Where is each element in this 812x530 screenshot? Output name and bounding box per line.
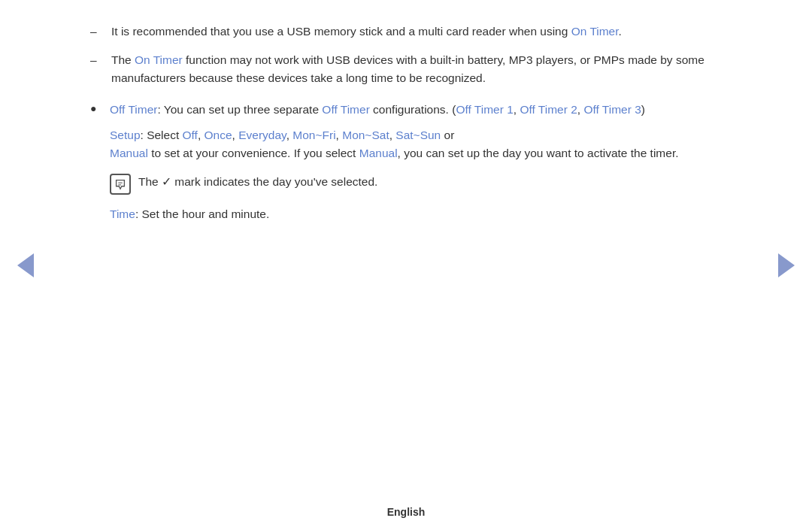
setup-comma-2: ,	[232, 129, 239, 141]
setup-once: Once	[205, 129, 232, 141]
setup-manual-2: Manual	[359, 147, 398, 159]
time-paragraph: Time: Set the hour and minute.	[110, 205, 722, 223]
off-timer-mid-link: Off Timer	[322, 103, 369, 116]
setup-rest-2: , you can set up the day you want to act…	[398, 147, 679, 159]
on-timer-link-1: On Timer	[571, 25, 619, 38]
footer: English	[0, 497, 812, 530]
list-item: Off Timer: You can set up three separate…	[90, 101, 722, 223]
left-arrow-icon	[17, 253, 34, 277]
setup-label: Setup	[110, 129, 141, 141]
setup-colon: : Select	[141, 129, 183, 141]
close-paren: )	[641, 103, 645, 116]
list-item: The On Timer function may not work with …	[90, 51, 722, 87]
right-arrow-icon	[778, 253, 795, 277]
time-text: : Set the hour and minute.	[135, 207, 269, 220]
on-timer-link-2: On Timer	[135, 53, 183, 66]
setup-monfri: Mon~Fri	[292, 129, 335, 141]
list-item: It is recommended that you use a USB mem…	[90, 23, 722, 41]
dash-item-1-period: .	[619, 25, 622, 38]
note-text: The ✓ mark indicates the day you've sele…	[138, 173, 377, 191]
setup-comma-1: ,	[198, 129, 205, 141]
off-timer-2-link: Off Timer 2	[520, 103, 577, 116]
setup-manual-1: Manual	[110, 147, 148, 159]
page-container: It is recommended that you use a USB mem…	[0, 0, 812, 530]
note-icon	[110, 174, 131, 195]
setup-everyday: Everyday	[238, 129, 286, 141]
dash-item-2-rest: function may not work with USB devices w…	[111, 53, 704, 84]
content-area: It is recommended that you use a USB mem…	[0, 0, 812, 497]
footer-language: English	[387, 506, 426, 518]
setup-paragraph: Setup: Select Off, Once, Everyday, Mon~F…	[110, 126, 722, 162]
note-block: The ✓ mark indicates the day you've sele…	[110, 173, 722, 195]
dash-item-2-the: The	[111, 53, 135, 66]
off-timer-intro: : You can set up three separate	[157, 103, 322, 116]
off-timer-config-text: configurations. (	[370, 103, 456, 116]
setup-off: Off	[183, 129, 198, 141]
setup-comma-4: ,	[336, 129, 343, 141]
setup-or: or	[441, 129, 454, 141]
nav-arrow-left[interactable]	[14, 253, 38, 277]
note-rest: mark indicates the day you've selected.	[171, 175, 377, 188]
nav-arrow-right[interactable]	[774, 253, 798, 277]
setup-monsat: Mon~Sat	[342, 129, 389, 141]
setup-rest: to set at your convenience. If you selec…	[148, 147, 359, 159]
note-the: The	[138, 175, 162, 188]
off-timer-1-link: Off Timer 1	[456, 103, 513, 116]
time-label: Time	[110, 207, 135, 220]
dash-item-1-text: It is recommended that you use a USB mem…	[111, 25, 571, 38]
setup-satsun: Sat~Sun	[395, 129, 441, 141]
dash-list: It is recommended that you use a USB mem…	[90, 23, 722, 87]
checkmark-symbol: ✓	[162, 175, 171, 188]
off-timer-heading: Off Timer	[110, 103, 157, 116]
note-svg-icon	[114, 177, 127, 191]
off-timer-3-link: Off Timer 3	[583, 103, 641, 116]
bullet-list: Off Timer: You can set up three separate…	[90, 101, 722, 223]
